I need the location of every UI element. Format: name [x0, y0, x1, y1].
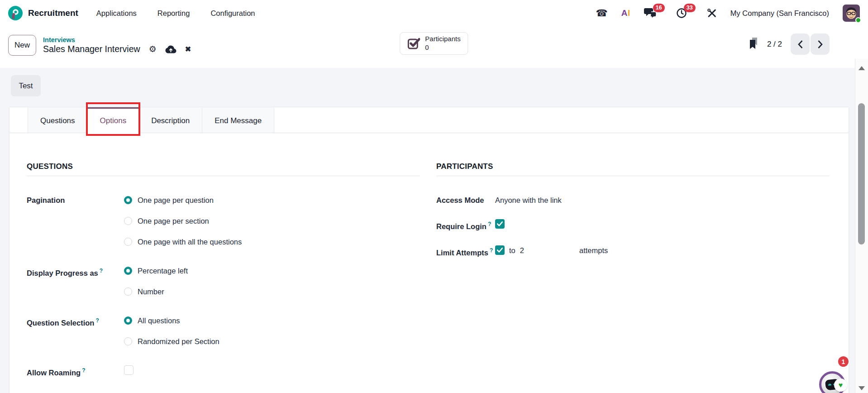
record-title-row: Sales Manager Interview ⚙ ✖	[43, 44, 191, 54]
allow-roaming-checkbox[interactable]	[124, 365, 134, 375]
chevron-right-icon	[817, 40, 823, 49]
messages-icon[interactable]: 16	[644, 8, 656, 19]
developer-tools-icon[interactable]	[707, 8, 717, 18]
user-menu[interactable]	[843, 5, 860, 22]
new-button[interactable]: New	[8, 35, 36, 56]
limit-attempts-checkbox[interactable]	[495, 245, 505, 255]
help-question-mark: ?	[100, 268, 103, 274]
check-icon	[497, 248, 503, 253]
allow-roaming-label: Allow Roaming?	[27, 365, 124, 378]
require-login-checkbox[interactable]	[495, 219, 505, 229]
menu-reporting[interactable]: Reporting	[153, 6, 195, 20]
app-title[interactable]: Recruitment	[28, 8, 78, 18]
radio-number[interactable]: Number	[124, 287, 188, 297]
breadcrumb-interviews-link[interactable]: Interviews	[43, 36, 191, 43]
breadcrumb: Interviews Sales Manager Interview ⚙ ✖	[43, 36, 191, 54]
notebook-tabs: Questions Options Description End Messag…	[10, 107, 849, 133]
tab-end-message[interactable]: End Message	[202, 107, 274, 133]
cloud-save-icon[interactable]	[165, 45, 176, 53]
question-selection-label: Question Selection?	[27, 316, 124, 328]
label-text: Limit Attempts	[436, 248, 488, 256]
questions-section-title: QUESTIONS	[27, 162, 420, 176]
pagination-label: Pagination	[27, 195, 124, 205]
voip-phone-icon[interactable]: ☎	[596, 8, 608, 19]
company-switcher[interactable]: My Company (San Francisco)	[730, 9, 829, 18]
radio-unselected[interactable]	[124, 337, 132, 345]
radio-percentage-left[interactable]: Percentage left	[124, 266, 188, 276]
radio-unselected[interactable]	[124, 288, 132, 296]
participants-smart-button[interactable]: Participants 0	[400, 32, 468, 55]
messages-badge: 16	[653, 4, 665, 12]
access-mode-field: Access Mode Anyone with the link	[436, 195, 830, 205]
discard-close-icon[interactable]: ✖	[185, 45, 191, 53]
radio-one-page-all-questions[interactable]: One page with all the questions	[124, 237, 242, 247]
tab-options-label: Options	[100, 116, 127, 125]
heart-icon: ♥	[834, 379, 847, 392]
display-progress-label: Display Progress as?	[27, 266, 124, 278]
recruitment-app-icon[interactable]	[8, 6, 23, 20]
test-button[interactable]: Test	[11, 75, 41, 96]
vertical-scrollbar[interactable]	[855, 59, 868, 393]
help-question-mark: ?	[488, 221, 491, 227]
access-mode-value[interactable]: Anyone with the link	[495, 195, 562, 205]
help-question-mark: ?	[490, 247, 493, 254]
activities-icon[interactable]: 33	[676, 8, 687, 19]
radio-label: All questions	[138, 316, 180, 326]
radio-label: One page per section	[138, 216, 209, 226]
check-icon	[497, 221, 503, 226]
radio-all-questions[interactable]: All questions	[124, 316, 219, 326]
pagination-field: Pagination One page per question One pag…	[27, 195, 420, 247]
chevron-left-icon	[797, 40, 803, 49]
menu-applications[interactable]: Applications	[92, 6, 141, 20]
limit-attempts-suffix: attempts	[579, 245, 608, 255]
check-square-icon	[407, 38, 420, 49]
bookmark-icon[interactable]	[749, 37, 758, 52]
radio-selected[interactable]	[124, 196, 132, 204]
radio-one-page-per-question[interactable]: One page per question	[124, 195, 242, 205]
pagination-options: One page per question One page per secti…	[124, 195, 242, 247]
radio-one-page-per-section[interactable]: One page per section	[124, 216, 242, 226]
help-question-mark: ?	[82, 367, 85, 374]
activities-badge: 33	[684, 4, 696, 12]
radio-selected[interactable]	[124, 267, 132, 275]
robot-eye	[828, 383, 831, 386]
scroll-up-arrow[interactable]	[858, 66, 865, 70]
label-text: Require Login	[436, 222, 486, 230]
ai-icon-i: I	[628, 8, 630, 18]
limit-attempts-field: Limit Attempts? to 2 attempts	[436, 245, 830, 258]
bookmark-glyph	[749, 37, 758, 50]
scroll-down-arrow[interactable]	[858, 386, 865, 390]
radio-label: Number	[138, 287, 164, 297]
pager-value[interactable]: 2 / 2	[767, 40, 782, 49]
radio-unselected[interactable]	[124, 217, 132, 225]
participants-column: PARTICIPANTS Access Mode Anyone with the…	[436, 162, 830, 393]
pager-next-button[interactable]	[811, 34, 830, 55]
radio-label: Percentage left	[138, 266, 188, 276]
pager: 2 / 2	[749, 34, 830, 55]
settings-gear-icon[interactable]: ⚙	[149, 44, 157, 54]
tab-options[interactable]: Options	[88, 107, 139, 133]
smart-button-count: 0	[425, 43, 460, 52]
online-status-dot	[855, 17, 861, 23]
options-form: QUESTIONS Pagination One page per questi…	[10, 133, 849, 393]
tab-questions[interactable]: Questions	[28, 107, 88, 133]
label-text: Display Progress as	[27, 269, 98, 277]
scrollbar-thumb[interactable]	[858, 103, 865, 244]
radio-selected[interactable]	[124, 316, 132, 325]
form-sheet: Questions Options Description End Messag…	[9, 107, 849, 393]
ai-icon[interactable]: AI	[621, 8, 630, 18]
questions-column: QUESTIONS Pagination One page per questi…	[27, 162, 420, 393]
pager-previous-button[interactable]	[791, 34, 810, 55]
question-selection-field: Question Selection? All questions Random…	[27, 316, 420, 346]
limit-attempts-value[interactable]: 2	[520, 245, 524, 255]
radio-label: Randomized per Section	[138, 336, 219, 346]
radio-unselected[interactable]	[124, 238, 132, 246]
question-selection-options: All questions Randomized per Section	[124, 316, 219, 346]
help-question-mark: ?	[95, 317, 99, 324]
menu-configuration[interactable]: Configuration	[206, 6, 259, 20]
radio-randomized-per-section[interactable]: Randomized per Section	[124, 336, 219, 346]
require-login-label: Require Login?	[436, 219, 495, 231]
allow-roaming-field: Allow Roaming?	[27, 365, 420, 378]
page-title[interactable]: Sales Manager Interview	[43, 44, 140, 54]
tab-description[interactable]: Description	[139, 107, 202, 133]
